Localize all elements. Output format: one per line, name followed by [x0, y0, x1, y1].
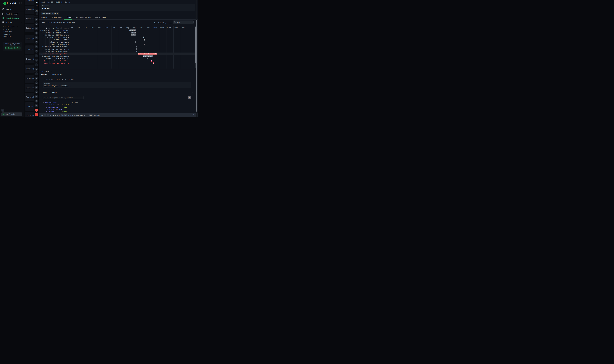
timeline-event[interactable]	[34, 72, 39, 76]
trace-row-label[interactable]: payment | Visa cache full: c…	[39, 60, 69, 62]
help-button[interactable]: ?	[1, 109, 4, 112]
trace-row-label[interactable]: (1)shipping | POST http://quo…	[39, 34, 69, 36]
trace-bar[interactable]: C	[135, 41, 136, 43]
trace-row-label[interactable]: quote | calculate-quote	[39, 43, 69, 46]
timeline-event[interactable]	[34, 58, 39, 63]
session-card[interactable]: Shaniya.Sc	[25, 55, 34, 63]
timeline-event[interactable]	[34, 26, 39, 31]
trace-row-label[interactable]: (1)currency | Currency/Convert	[39, 48, 69, 50]
presets-toggle[interactable]: PRESETS	[3, 29, 12, 30]
tab-surrounding-context[interactable]: Surrounding Context	[76, 16, 91, 18]
edit-pencil-icon[interactable]: ✎	[73, 22, 74, 24]
trace-row-label[interactable]: (3)payment | grpc.oteldemo.Paymen…	[39, 55, 69, 57]
preset-link-services[interactable]: Services	[3, 33, 10, 35]
service-name-chip[interactable]: ServiceName: frontend	[40, 12, 59, 15]
preset-link-kubernetes[interactable]: Kubernetes	[3, 36, 12, 38]
trace-row-label[interactable]: (1)quote | POST /getquote	[39, 36, 69, 39]
log-source-select[interactable]: Logs	[173, 21, 194, 24]
trace-bar[interactable]: C	[147, 58, 148, 59]
trace-row-label[interactable]: payment | Charge request rec…	[39, 57, 69, 60]
session-card[interactable]: Walton9@ho	[25, 35, 34, 43]
timeline-event[interactable]	[34, 103, 39, 108]
event-tab-column-values[interactable]: Column Values	[52, 74, 62, 75]
sidebar-item-client-sessions[interactable]: Client Sessions	[0, 17, 24, 20]
session-search-input[interactable]: Sea	[35, 9, 39, 12]
trace-bar[interactable]: POST h	[131, 34, 136, 36]
trace-row-label[interactable]: (1)checkout | oteldemo.ShippingSe…	[39, 29, 69, 32]
trace-bar[interactable]: c	[144, 44, 145, 45]
timeline-event[interactable]	[34, 81, 39, 85]
session-card[interactable]: Kieran92@h	[25, 65, 34, 73]
trace-bar[interactable]: V	[151, 60, 152, 62]
attribute-row[interactable]: rpc.method"Charge"	[46, 111, 68, 113]
trace-row-label[interactable]: (1)shipping | oteldemo.Shipping…	[39, 31, 69, 34]
sidebar-item-chart-explorer[interactable]: Chart Explorer	[0, 13, 24, 15]
tab-session-replay[interactable]: Session Replay	[95, 16, 106, 18]
timeline-event[interactable]	[34, 63, 39, 67]
timeline-event[interactable]	[34, 67, 39, 72]
trace-bar[interactable]: oteldemo.	[129, 29, 136, 31]
attributes-search-input[interactable]	[46, 97, 82, 99]
timeline-event[interactable]	[34, 44, 39, 49]
trace-bar[interactable]: {	[144, 39, 145, 40]
trace-row-label[interactable]: currency | Convert convers…	[39, 50, 69, 53]
session-card[interactable]: Deion37@gm	[25, 24, 34, 32]
drawer-scrollbar-thumb[interactable]	[196, 20, 197, 112]
timeline-event[interactable]	[34, 85, 39, 90]
timeline-event[interactable]	[34, 31, 39, 35]
get-started-button[interactable]: Get Started for Free	[5, 46, 21, 50]
sidebar-item-dashboards[interactable]: Dashboards	[0, 21, 24, 24]
trace-bar[interactable]: P	[143, 37, 144, 38]
attribute-row[interactable]: net.sock.peer.addr"172.28.0.10"	[46, 104, 72, 105]
session-filter-button[interactable]: H	[36, 13, 39, 15]
collapse-chevron-icon[interactable]	[191, 91, 193, 93]
trace-bar[interactable]: E	[153, 62, 154, 64]
session-card[interactable]: Dolly.Lubo	[25, 112, 34, 117]
attribute-row[interactable]: net.sock.peer.port"50051"	[46, 106, 67, 108]
trace-bar[interactable]: grpc.oteldemo.	[143, 55, 153, 57]
trace-bar[interactable]: oteldemo.PaymentService/Char	[138, 53, 157, 54]
event-tab-overview[interactable]: Overview	[40, 74, 47, 75]
timeline-event[interactable]	[34, 99, 39, 103]
attribute-row[interactable]: rpc.grpc.status_code"2"	[46, 109, 64, 110]
trace-row-label[interactable]: (1)checkout | oteldemo.PaymentServi…	[39, 53, 69, 55]
create-dashboard-link[interactable]: + Create Dashboard	[3, 26, 18, 28]
timeline-event[interactable]	[34, 53, 39, 58]
trace-bar[interactable]: C	[136, 46, 137, 48]
session-card[interactable]: Roderick_S	[25, 45, 34, 54]
session-card[interactable]: Ernesto33@	[25, 84, 34, 92]
preset-link-clickhouse[interactable]: Clickhouse	[3, 31, 12, 32]
tab-overview[interactable]: Overview	[41, 16, 47, 18]
local-mode-menu[interactable]: U Local mode	[1, 113, 22, 116]
timeline-event[interactable]	[34, 49, 39, 53]
trace-row-label[interactable]: (1)checkout | oteldemo.CurrencySe…	[39, 46, 69, 48]
session-card[interactable]: Anonymous	[25, 0, 34, 5]
tab-trace[interactable]: Trace	[67, 16, 71, 18]
close-icon[interactable]: ×	[193, 114, 194, 116]
timeline-event[interactable]	[34, 40, 39, 44]
gear-icon[interactable]: ⚙	[188, 96, 191, 99]
timeline-event[interactable]	[34, 35, 39, 40]
trace-row-label[interactable]: payment | Error: Visa cache ful…	[39, 62, 69, 64]
sidebar-collapse-icon[interactable]	[20, 2, 22, 4]
trace-row-label[interactable]: quote | Calculated q…	[39, 41, 69, 43]
session-card[interactable]: Anonymous	[25, 6, 34, 14]
attributes-root-node[interactable]: SpanAttributes {} 6 keys	[43, 102, 78, 104]
timeline-event[interactable]	[34, 22, 39, 26]
trace-bar[interactable]: C	[128, 27, 129, 29]
timeline-event[interactable]	[34, 17, 39, 22]
session-card[interactable]: Pearl43@ho	[25, 93, 34, 101]
trace-row-label[interactable]: currency | Convert convers…	[39, 27, 69, 29]
timeline-event[interactable]	[34, 112, 39, 117]
trace-bar[interactable]: C	[136, 51, 137, 52]
trace-bar[interactable]: C	[136, 48, 137, 50]
session-card[interactable]: Howard.Run	[25, 75, 34, 83]
trace-bar[interactable]: oteldem	[131, 32, 136, 34]
session-card[interactable]: Jonathan.B	[25, 102, 34, 111]
timeline-event[interactable]	[34, 90, 39, 94]
timeline-event[interactable]	[34, 108, 39, 112]
timeline-event[interactable]	[34, 76, 39, 81]
sidebar-item-search[interactable]: Search	[0, 8, 24, 11]
timeline-event[interactable]	[34, 94, 39, 99]
session-card[interactable]: Anonymous	[25, 15, 34, 23]
